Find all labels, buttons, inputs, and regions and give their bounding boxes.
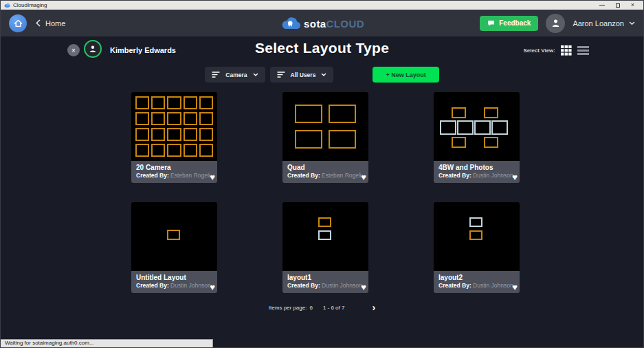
layout-created-by: Created By: Esteban Rogeli — [287, 172, 362, 180]
layout-card[interactable]: 4BW and PhotosCreated By: Dustin Johnson… — [434, 92, 520, 183]
home-icon — [14, 19, 23, 28]
person-icon — [551, 19, 560, 28]
layout-card[interactable]: 20 CameraCreated By: Esteban Rogeli♥ — [131, 92, 217, 183]
layout-title: 4BW and Photos — [438, 164, 515, 172]
sort-icon — [212, 72, 220, 78]
back-home-link[interactable]: Home — [36, 19, 65, 28]
layout-preview — [131, 92, 217, 161]
cloud-tooth-icon — [280, 17, 300, 30]
favorite-heart-icon[interactable]: ♥ — [361, 173, 366, 182]
layout-card[interactable]: QuadCreated By: Esteban Rogeli♥ — [282, 92, 368, 183]
favorite-heart-icon[interactable]: ♥ — [210, 173, 215, 182]
layout-title: Quad — [287, 164, 364, 172]
chevron-down-icon — [629, 21, 635, 25]
layout-created-by: Created By: Dustin Johnson — [287, 282, 362, 290]
layout-card-footer: QuadCreated By: Esteban Rogeli♥ — [282, 161, 368, 183]
favorite-heart-icon[interactable]: ♥ — [512, 283, 518, 292]
brand-name: sotaCLOUD — [304, 17, 364, 29]
layout-card-footer: Untitled LayoutCreated By: Dustin Johnso… — [131, 271, 217, 293]
layout-title: layout2 — [438, 274, 515, 282]
layout-cards-grid: 20 CameraCreated By: Esteban Rogeli♥Quad… — [131, 92, 520, 293]
app-header: Home sotaCLOUD Feedback Aaron Loanzon — [1, 10, 643, 36]
layout-card-footer: layout1Created By: Dustin Johnson♥ — [282, 271, 368, 293]
list-view-icon[interactable] — [577, 46, 589, 55]
layout-card[interactable]: layout1Created By: Dustin Johnson♥ — [282, 202, 368, 293]
pagination: Items per page: 6 1 - 6 of 7 › — [1, 303, 643, 312]
layout-preview — [434, 92, 520, 161]
next-page-button[interactable]: › — [372, 303, 375, 312]
home-button[interactable] — [9, 14, 27, 32]
favorite-heart-icon[interactable]: ♥ — [361, 283, 366, 292]
layout-preview — [282, 92, 368, 161]
items-per-page-value[interactable]: 6 — [309, 305, 312, 311]
layout-title: layout1 — [287, 274, 364, 282]
layout-card[interactable]: layout2Created By: Dustin Johnson♥ — [434, 202, 520, 293]
grid-view-icon[interactable] — [561, 45, 572, 56]
items-per-page-label: Items per page: — [269, 305, 307, 311]
maximize-icon[interactable] — [616, 3, 620, 8]
layout-card-footer: 4BW and PhotosCreated By: Dustin Johnson… — [434, 161, 520, 183]
chat-icon — [487, 20, 495, 27]
select-view-toggle: Select View: — [523, 45, 589, 56]
layout-title: 20 Camera — [136, 164, 212, 172]
layout-preview — [282, 202, 368, 271]
favorite-heart-icon[interactable]: ♥ — [512, 173, 518, 182]
layout-preview — [434, 202, 520, 271]
status-bar: Waiting for sotaimaging.auth0.com... — [1, 339, 213, 347]
layout-card-footer: 20 CameraCreated By: Esteban Rogeli♥ — [131, 161, 217, 183]
app-icon — [4, 3, 10, 8]
layout-preview — [131, 202, 217, 271]
back-label: Home — [45, 19, 65, 28]
chevron-left-icon — [36, 19, 41, 27]
camera-filter-dropdown[interactable]: Camera — [205, 67, 265, 83]
user-avatar[interactable] — [546, 14, 565, 33]
users-filter-dropdown[interactable]: All Users — [270, 67, 334, 83]
layout-created-by: Created By: Dustin Johnson — [438, 172, 513, 180]
sort-icon — [277, 72, 285, 78]
favorite-heart-icon[interactable]: ♥ — [210, 283, 215, 292]
main-content: × Kimberly Edwards Select Layout Type Se… — [1, 36, 643, 348]
select-view-label: Select View: — [523, 47, 555, 54]
user-name: Aaron Loanzon — [573, 19, 624, 28]
window-title: CloudImaging — [13, 2, 47, 8]
chevron-down-icon — [321, 73, 326, 76]
close-icon[interactable]: × — [631, 2, 634, 8]
layout-created-by: Created By: Dustin Johnson — [438, 282, 513, 290]
brand-logo: sotaCLOUD — [280, 17, 364, 30]
chevron-down-icon — [253, 73, 258, 76]
layout-title: Untitled Layout — [136, 274, 212, 282]
new-layout-button[interactable]: + New Layout — [373, 67, 438, 83]
layout-card[interactable]: Untitled LayoutCreated By: Dustin Johnso… — [131, 202, 217, 293]
window-titlebar: CloudImaging × — [1, 1, 643, 10]
pagination-range: 1 - 6 of 7 — [323, 305, 345, 311]
layout-created-by: Created By: Dustin Johnson — [136, 282, 210, 290]
feedback-button[interactable]: Feedback — [480, 16, 538, 31]
user-menu[interactable]: Aaron Loanzon — [573, 19, 635, 28]
filter-row: Camera All Users + New Layout — [1, 67, 643, 83]
layout-created-by: Created By: Esteban Rogeli — [136, 172, 210, 180]
minimize-icon[interactable] — [599, 5, 605, 6]
layout-card-footer: layout2Created By: Dustin Johnson♥ — [434, 271, 520, 293]
